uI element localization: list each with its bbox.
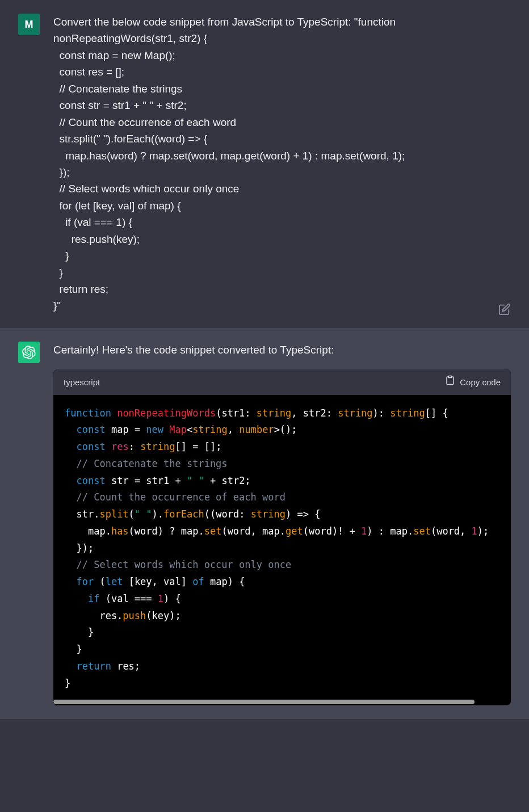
horizontal-scrollbar[interactable] xyxy=(53,699,511,705)
assistant-message-content: Certainly! Here's the code snippet conve… xyxy=(53,342,511,705)
code-header: typescript Copy code xyxy=(53,369,511,394)
user-message-content: Convert the below code snippet from Java… xyxy=(53,14,511,314)
copy-code-label: Copy code xyxy=(460,376,501,389)
user-message: M Convert the below code snippet from Ja… xyxy=(0,0,529,328)
user-avatar: M xyxy=(18,14,40,35)
assistant-avatar xyxy=(18,342,40,363)
clipboard-icon xyxy=(445,375,455,389)
user-message-text: Convert the below code snippet from Java… xyxy=(53,14,511,314)
user-avatar-initial: M xyxy=(25,19,33,31)
scrollbar-thumb[interactable] xyxy=(53,700,475,704)
svg-rect-0 xyxy=(448,376,452,378)
assistant-message: Certainly! Here's the code snippet conve… xyxy=(0,328,529,719)
copy-code-button[interactable]: Copy code xyxy=(445,375,501,389)
code-content: function nonRepeatingWords(str1: string,… xyxy=(65,405,499,692)
code-body[interactable]: function nonRepeatingWords(str1: string,… xyxy=(53,395,511,699)
code-language-label: typescript xyxy=(64,376,100,389)
assistant-intro-text: Certainly! Here's the code snippet conve… xyxy=(53,342,511,358)
edit-icon[interactable] xyxy=(498,303,511,318)
code-block: typescript Copy code function nonRepeati… xyxy=(53,369,511,705)
